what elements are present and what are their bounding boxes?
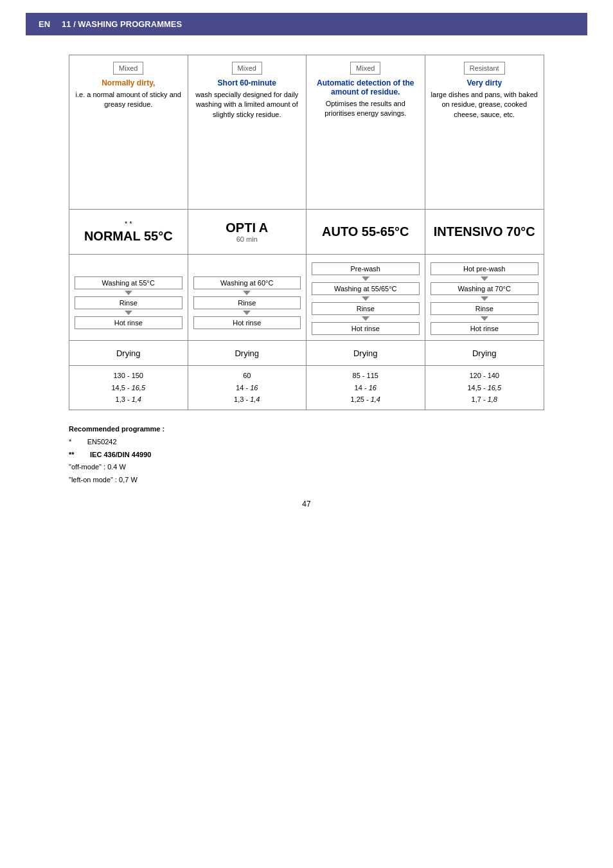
prog-name-sub-1: 60 min: [236, 235, 258, 243]
values-section-1: 6014 - 161,3 - 1,4: [188, 366, 306, 410]
arrow-wash-3: [481, 296, 488, 301]
load-type-1: Mixed: [232, 62, 262, 75]
prog-name-section-0: * *NORMAL 55°C: [69, 210, 188, 255]
arrow-wash-1: [243, 291, 251, 295]
recommended-label: Recommended programme :: [69, 423, 544, 436]
header-bar: EN 11 / WASHING PROGRAMMES: [26, 13, 587, 35]
value-2-2: 1,25 - 1,4: [312, 393, 420, 406]
value-0-2: 1,3 - 1,4: [75, 393, 182, 406]
step-hotrinse-0: Hot rinse: [75, 316, 182, 329]
arrow-prewash-3: [481, 276, 488, 281]
footer-notes: Recommended programme : * EN50242 ** IEC…: [69, 423, 544, 487]
drying-row-1: Drying: [188, 340, 306, 366]
steps-area-3: Hot pre-washWashing at 70°CRinseHot rins…: [425, 255, 544, 340]
program-col-0: MixedNormally dirty,i.e. a normal amount…: [69, 55, 188, 410]
step-hotrinse-1: Hot rinse: [193, 316, 301, 329]
step-rinse-1: Rinse: [193, 296, 301, 309]
value-1-1: 14 - 16: [193, 382, 301, 394]
value-3-1: 14,5 - 16,5: [431, 382, 539, 394]
prog-name-section-2: AUTO 55-65°C: [306, 210, 425, 255]
step-wash-0: Washing at 55°C: [75, 276, 182, 289]
values-section-2: 85 - 11514 - 161,25 - 1,4: [306, 366, 425, 410]
prog-name-main-3: INTENSIVO 70°C: [434, 224, 535, 239]
steps-area-1: Washing at 60°CRinseHot rinse: [188, 255, 306, 340]
prog-name-main-1: OPTI A: [226, 221, 268, 235]
drying-row-3: Drying: [425, 340, 544, 366]
page: EN 11 / WASHING PROGRAMMES MixedNormally…: [0, 0, 613, 868]
arrow-rinse-3: [481, 316, 488, 321]
desc-section-1: MixedShort 60-minutewash specially desig…: [188, 55, 306, 210]
step-hotrinse-2: Hot rinse: [312, 322, 420, 335]
prog-desc-text-2: Optimises the results and prioritises en…: [312, 99, 420, 119]
value-0-0: 130 - 150: [75, 370, 182, 382]
prog-name-main-0: NORMAL 55°C: [84, 229, 173, 244]
prog-desc-bold-1: Short 60-minute: [218, 78, 276, 87]
steps-area-2: Pre-washWashing at 55/65°CRinseHot rinse: [306, 255, 425, 340]
program-col-1: MixedShort 60-minutewash specially desig…: [188, 55, 307, 410]
step-wash-1: Washing at 60°C: [193, 276, 301, 289]
desc-section-2: MixedAutomatic detection of the amount o…: [306, 55, 425, 210]
off-mode-note: "off-mode" : 0.4 W: [69, 461, 544, 474]
step-wash-2: Washing at 55/65°C: [312, 282, 420, 295]
values-section-0: 130 - 15014,5 - 16,51,3 - 1,4: [69, 366, 188, 410]
programs-table: MixedNormally dirty,i.e. a normal amount…: [69, 55, 544, 410]
step-prewash-3: Hot pre-wash: [431, 262, 539, 275]
arrow-rinse-0: [125, 311, 132, 315]
load-type-0: Mixed: [113, 62, 143, 75]
arrow-prewash-2: [362, 276, 369, 281]
prog-desc-bold-3: Very dirty: [466, 78, 502, 87]
value-2-1: 14 - 16: [312, 382, 420, 394]
drying-row-2: Drying: [306, 340, 425, 366]
step-hotrinse-3: Hot rinse: [431, 322, 539, 335]
value-3-0: 120 - 140: [431, 370, 539, 382]
steps-area-0: Washing at 55°CRinseHot rinse: [69, 255, 188, 340]
prog-desc-bold-2: Automatic detection of the amount of res…: [312, 78, 420, 96]
star-double-note: ** IEC 436/DIN 44990: [69, 449, 544, 462]
arrow-rinse-2: [362, 316, 369, 321]
load-type-3: Resistant: [464, 62, 505, 75]
prog-desc-text-0: i.e. a normal amount of sticky and greas…: [75, 90, 182, 110]
values-section-3: 120 - 14014,5 - 16,51,7 - 1,8: [425, 366, 544, 410]
star-single-note: * EN50242: [69, 436, 544, 449]
value-2-0: 85 - 115: [312, 370, 420, 382]
prog-name-section-1: OPTI A60 min: [188, 210, 306, 255]
prog-desc-text-3: large dishes and pans, with baked on res…: [431, 90, 539, 120]
value-1-2: 1,3 - 1,4: [193, 393, 301, 406]
left-on-mode-note: "left-on mode" : 0,7 W: [69, 474, 544, 487]
prog-star-0: * *: [125, 220, 132, 228]
load-type-2: Mixed: [350, 62, 380, 75]
arrow-wash-0: [125, 291, 132, 295]
prog-name-section-3: INTENSIVO 70°C: [425, 210, 544, 255]
lang-label: EN: [33, 17, 55, 32]
arrow-wash-2: [362, 296, 369, 301]
programs-grid: MixedNormally dirty,i.e. a normal amount…: [69, 55, 544, 410]
page-title: 11 / WASHING PROGRAMMES: [62, 19, 182, 29]
value-0-1: 14,5 - 16,5: [75, 382, 182, 394]
step-rinse-2: Rinse: [312, 302, 420, 315]
value-1-0: 60: [193, 370, 301, 382]
prog-desc-text-1: wash specially designed for daily washin…: [193, 90, 301, 120]
value-3-2: 1,7 - 1,8: [431, 393, 539, 406]
prog-name-main-2: AUTO 55-65°C: [322, 224, 409, 239]
step-prewash-2: Pre-wash: [312, 262, 420, 275]
drying-row-0: Drying: [69, 340, 188, 366]
program-col-3: ResistantVery dirtylarge dishes and pans…: [425, 55, 544, 410]
step-rinse-0: Rinse: [75, 296, 182, 309]
prog-desc-bold-0: Normally dirty,: [102, 78, 155, 87]
desc-section-0: MixedNormally dirty,i.e. a normal amount…: [69, 55, 188, 210]
page-number: 47: [26, 500, 587, 509]
program-col-2: MixedAutomatic detection of the amount o…: [306, 55, 425, 410]
step-wash-3: Washing at 70°C: [431, 282, 539, 295]
desc-section-3: ResistantVery dirtylarge dishes and pans…: [425, 55, 544, 210]
arrow-rinse-1: [243, 311, 251, 315]
step-rinse-3: Rinse: [431, 302, 539, 315]
